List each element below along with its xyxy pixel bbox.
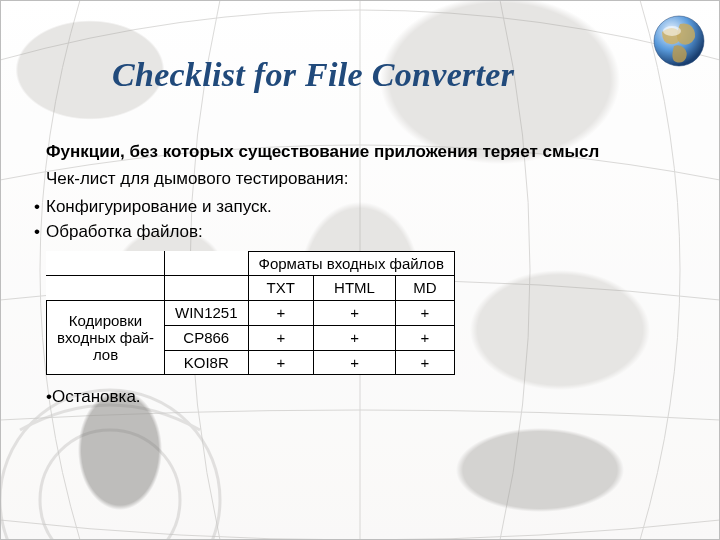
row-group-header: Кодировки входных фай- лов — [47, 301, 165, 375]
row-header: CP866 — [165, 325, 249, 350]
row-header: WIN1251 — [165, 301, 249, 326]
table-corner — [165, 251, 249, 276]
table-row: Кодировки входных фай- лов WIN1251 + + + — [47, 301, 455, 326]
col-group-header: Форматы входных файлов — [248, 251, 454, 276]
cell: + — [396, 325, 455, 350]
cell: + — [313, 301, 395, 326]
bullet-list: Конфигурирование и запуск. Обработка фай… — [46, 195, 692, 244]
table-corner — [47, 276, 165, 301]
bullet-item: Остановка. — [46, 385, 692, 410]
table-corner — [47, 251, 165, 276]
matrix-table: Форматы входных файлов TXT HTML MD Кодир… — [46, 251, 455, 376]
table-row: TXT HTML MD — [47, 276, 455, 301]
bullet-item: Конфигурирование и запуск. — [34, 195, 692, 220]
table-corner — [165, 276, 249, 301]
cell: + — [313, 325, 395, 350]
bullet-list-last: Остановка. — [46, 385, 692, 410]
col-header: HTML — [313, 276, 395, 301]
intro-bold: Функции, без которых существование прило… — [46, 140, 692, 165]
intro-sub: Чек-лист для дымового тестирования: — [46, 167, 692, 192]
col-header: TXT — [248, 276, 313, 301]
cell: + — [248, 325, 313, 350]
col-header: MD — [396, 276, 455, 301]
svg-point-3 — [663, 26, 681, 36]
cell: + — [248, 350, 313, 375]
cell: + — [248, 301, 313, 326]
cell: + — [396, 350, 455, 375]
row-header: KOI8R — [165, 350, 249, 375]
matrix-table-wrap: Форматы входных файлов TXT HTML MD Кодир… — [46, 251, 692, 376]
bullet-item: Обработка файлов: — [34, 220, 692, 245]
table-row: Форматы входных файлов — [47, 251, 455, 276]
cell: + — [396, 301, 455, 326]
slide-body: Функции, без которых существование прило… — [46, 140, 692, 410]
page-title: Checklist for File Converter — [112, 56, 690, 94]
cell: + — [313, 350, 395, 375]
